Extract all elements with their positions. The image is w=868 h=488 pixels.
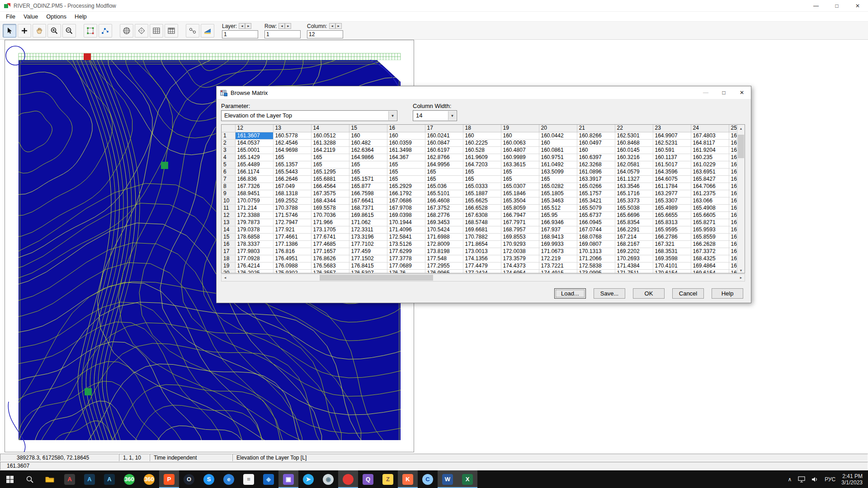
cell[interactable]: 165.0282 <box>539 183 577 190</box>
col-header[interactable]: 14 <box>311 125 349 132</box>
clock[interactable]: 2:41 PM 3/1/2023 <box>839 473 868 486</box>
cell[interactable]: 169.8553 <box>501 233 539 240</box>
col-header[interactable]: 13 <box>273 125 311 132</box>
cell[interactable]: 165.8559 <box>691 233 729 240</box>
search-button[interactable] <box>20 470 40 488</box>
taskbar-photos-app[interactable]: ▣ <box>278 470 298 488</box>
cell[interactable]: 168.3531 <box>653 248 691 255</box>
cell[interactable]: 165.4989 <box>653 204 691 211</box>
cell[interactable]: 160 <box>387 132 425 139</box>
cell[interactable]: 167.937 <box>539 226 577 233</box>
cell[interactable]: 173.3196 <box>349 233 387 240</box>
cell[interactable]: 169.4864 <box>691 262 729 269</box>
taskbar-adobe-blue-a-1[interactable]: A <box>80 470 99 488</box>
col-header[interactable]: 18 <box>463 125 501 132</box>
grid-edit-tool-button[interactable] <box>84 24 97 38</box>
cell[interactable]: 167.3372 <box>691 248 729 255</box>
cell[interactable]: 171.6988 <box>425 233 463 240</box>
cell[interactable]: 161.1327 <box>615 175 653 183</box>
cell[interactable]: 165 <box>539 175 577 183</box>
cell[interactable]: 172.3388 <box>235 211 273 219</box>
cell[interactable]: 164.0579 <box>615 168 653 175</box>
cell[interactable]: 171.966 <box>311 219 349 226</box>
cell[interactable]: 177.6741 <box>311 233 349 240</box>
dropdown-arrow-icon[interactable]: ▼ <box>388 111 396 120</box>
cell[interactable]: 165.5443 <box>273 168 311 175</box>
cell[interactable]: 169.6154 <box>691 269 729 273</box>
cell[interactable]: 162.0581 <box>615 161 653 168</box>
cell[interactable]: 160 <box>349 132 387 139</box>
cell[interactable]: 173.0995 <box>577 269 615 273</box>
row-header[interactable]: 19 <box>222 262 235 269</box>
cell[interactable]: 165.877 <box>349 183 387 190</box>
cell[interactable]: 160.0442 <box>539 132 577 139</box>
cell[interactable]: 172.219 <box>539 255 577 262</box>
cell[interactable]: 160.9989 <box>501 154 539 161</box>
cell[interactable]: 165.95 <box>539 211 577 219</box>
cell[interactable]: 165.1295 <box>311 168 349 175</box>
scroll-up-button[interactable]: ▲ <box>737 125 745 132</box>
cell[interactable]: 176.8415 <box>349 262 387 269</box>
cell[interactable]: 176.2025 <box>235 269 273 273</box>
cell[interactable]: 171.0673 <box>539 248 577 255</box>
parameter-combobox[interactable]: Elevation of the Layer Top ▼ <box>221 110 397 121</box>
row-header[interactable]: 1 <box>222 132 235 139</box>
cell[interactable]: 160.0497 <box>577 139 615 146</box>
cell[interactable]: 160.8468 <box>615 139 653 146</box>
vertical-scrollbar[interactable]: ▲ ▼ <box>737 125 745 273</box>
cell[interactable]: 165.1571 <box>349 175 387 183</box>
cell[interactable]: 166.2291 <box>615 226 653 233</box>
cell[interactable]: 169.0398 <box>387 211 425 219</box>
cursor-tool-button[interactable] <box>3 24 16 38</box>
load-button[interactable]: Load... <box>554 288 586 299</box>
cell[interactable]: 167.0686 <box>387 197 425 204</box>
diamond-tool-button[interactable] <box>135 24 148 38</box>
cell[interactable]: 164.9866 <box>349 154 387 161</box>
cell[interactable]: 165.6605 <box>691 211 729 219</box>
horizontal-scroll-thumb[interactable] <box>320 275 433 281</box>
cell[interactable]: 161.0896 <box>577 168 615 175</box>
cell[interactable]: 162.6364 <box>349 146 387 154</box>
cell[interactable]: 176.816 <box>273 248 311 255</box>
polyline-tool-button[interactable] <box>99 24 112 38</box>
cell[interactable]: 171.062 <box>349 219 387 226</box>
taskbar-adobe-blue-a-2[interactable]: A <box>99 470 119 488</box>
cell[interactable]: 169.8615 <box>349 211 387 219</box>
cell[interactable]: 170.7882 <box>463 233 501 240</box>
cell[interactable]: 167.3752 <box>425 204 463 211</box>
cell[interactable]: 160.528 <box>463 146 501 154</box>
cell[interactable]: 165 <box>425 175 463 183</box>
cell[interactable]: 165.4489 <box>235 161 273 168</box>
row-header[interactable]: 4 <box>222 154 235 161</box>
cell[interactable]: 166.4564 <box>311 183 349 190</box>
cell[interactable]: 165 <box>425 168 463 175</box>
column-next-button[interactable]: ► <box>335 23 342 29</box>
dialog-minimize-button[interactable]: — <box>697 86 715 99</box>
cell[interactable]: 174.6954 <box>501 269 539 273</box>
mesh-tool-button[interactable] <box>120 24 133 38</box>
zoom-in-button[interactable] <box>47 24 61 38</box>
cell[interactable]: 165.1757 <box>577 190 615 197</box>
cell[interactable]: 165.3504 <box>501 197 539 204</box>
cell[interactable]: 167.4803 <box>691 132 729 139</box>
cell[interactable]: 165.8271 <box>691 219 729 226</box>
cell[interactable]: 166.2628 <box>691 240 729 248</box>
cell[interactable]: 173.5126 <box>387 240 425 248</box>
cell[interactable]: 165.3373 <box>615 197 653 204</box>
cell[interactable]: 161.0229 <box>691 161 729 168</box>
cell[interactable]: 160 <box>539 139 577 146</box>
cell[interactable]: 165 <box>463 175 501 183</box>
cell[interactable]: 160.0861 <box>539 146 577 154</box>
row-header[interactable]: 11 <box>222 204 235 211</box>
cell[interactable]: 166.6528 <box>463 204 501 211</box>
cell[interactable]: 168.4325 <box>691 255 729 262</box>
scroll-down-button[interactable]: ▼ <box>737 267 745 273</box>
cell[interactable]: 171.4096 <box>387 226 425 233</box>
cell[interactable]: 165.5079 <box>577 204 615 211</box>
cell[interactable]: 167.3575 <box>311 190 349 197</box>
cell[interactable]: 176.76 <box>387 269 425 273</box>
cell[interactable]: 165.036 <box>425 183 463 190</box>
cell[interactable]: 165 <box>501 175 539 183</box>
taskbar-telegram[interactable]: ➤ <box>298 470 318 488</box>
cell[interactable]: 174.4373 <box>501 262 539 269</box>
